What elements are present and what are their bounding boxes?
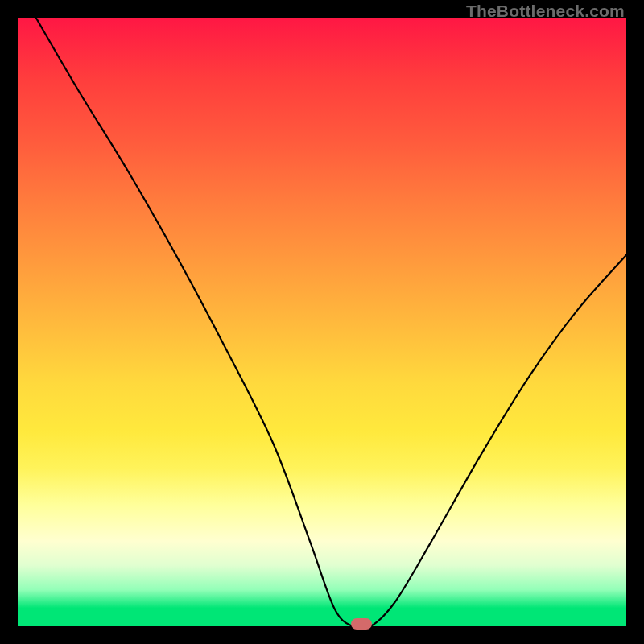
curve-svg xyxy=(18,18,626,626)
bottleneck-marker xyxy=(351,618,372,630)
bottleneck-curve xyxy=(36,18,626,626)
chart-container: TheBottleneck.com xyxy=(0,0,644,644)
plot-area xyxy=(18,18,626,626)
